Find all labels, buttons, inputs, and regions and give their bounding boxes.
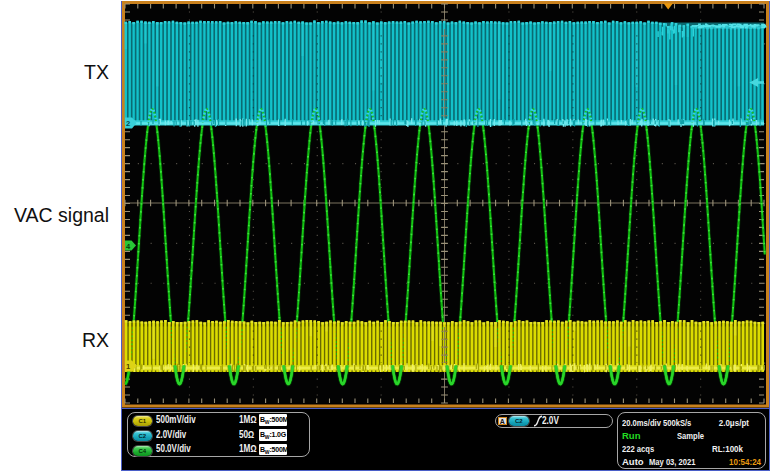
- svg-text:1: 1: [126, 362, 130, 371]
- svg-text:2: 2: [126, 119, 130, 128]
